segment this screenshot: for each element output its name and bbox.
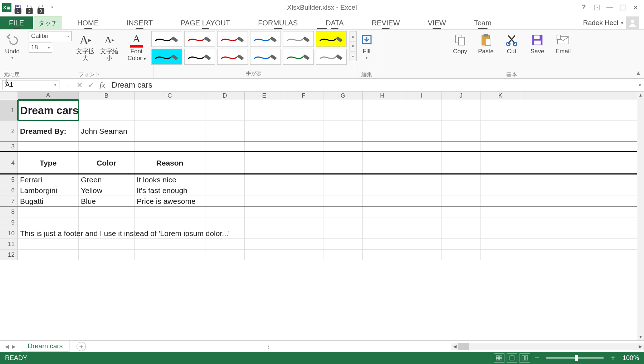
cell[interactable] <box>205 152 245 173</box>
undo-button[interactable]: Undo ▾ <box>3 31 22 70</box>
qat-undo-button[interactable]: 2 <box>24 3 34 13</box>
cell[interactable] <box>402 121 441 141</box>
copy-button[interactable]: Copy <box>450 31 470 70</box>
row-header[interactable]: 8 <box>0 207 18 217</box>
column-header[interactable]: K <box>481 92 520 100</box>
cell[interactable] <box>79 100 135 120</box>
formula-input[interactable]: Dream cars <box>108 80 635 90</box>
font-enlarge-button[interactable]: A▶ 文字拡大 <box>75 31 96 70</box>
pen-swatch[interactable] <box>283 49 314 65</box>
cell[interactable] <box>441 142 481 151</box>
cell[interactable] <box>284 228 323 238</box>
cell[interactable] <box>284 239 323 249</box>
cell[interactable] <box>284 152 323 173</box>
pen-swatch[interactable] <box>151 31 182 47</box>
help-button[interactable]: ? <box>579 3 589 13</box>
scroll-up-button[interactable]: ▲ <box>637 92 644 99</box>
cell[interactable] <box>79 217 135 228</box>
vertical-scrollbar[interactable]: ▲ ▼ <box>637 92 644 340</box>
scroll-down-button[interactable]: ▼ <box>637 333 644 340</box>
add-sheet-button[interactable]: ＋ <box>77 342 86 351</box>
cell[interactable] <box>205 207 245 217</box>
pen-swatch[interactable] <box>283 31 314 47</box>
pen-swatch[interactable] <box>184 31 215 47</box>
cell[interactable] <box>441 152 481 173</box>
column-header[interactable]: D <box>205 92 245 100</box>
cell[interactable] <box>402 142 441 151</box>
column-header[interactable]: A <box>18 92 79 100</box>
pen-swatch[interactable] <box>316 31 347 47</box>
cell[interactable] <box>441 207 481 217</box>
cell[interactable] <box>441 174 481 185</box>
scroll-right-button[interactable]: ▶ <box>636 344 644 349</box>
cell[interactable]: Blue <box>79 196 135 206</box>
tab-formulas[interactable]: FORMULASM <box>252 16 304 29</box>
sheet-nav-next[interactable]: ▶ <box>12 344 16 349</box>
cell[interactable] <box>79 250 135 260</box>
cell[interactable] <box>481 250 520 260</box>
cell[interactable] <box>481 228 520 238</box>
cell[interactable] <box>481 142 520 151</box>
fx-button[interactable]: fx <box>97 79 108 91</box>
cell[interactable] <box>135 142 205 151</box>
cell[interactable] <box>245 217 284 228</box>
cell[interactable] <box>363 217 402 228</box>
fill-button[interactable]: Fill ▾ <box>357 31 376 70</box>
cell[interactable]: Ferrari <box>18 174 79 185</box>
cell[interactable] <box>481 196 520 206</box>
cell[interactable]: Reason <box>135 152 205 173</box>
pen-swatch[interactable] <box>250 49 281 65</box>
cell[interactable]: Lamborgini <box>18 185 79 196</box>
row-header[interactable]: 2 <box>0 121 18 141</box>
cell[interactable] <box>284 217 323 228</box>
cell[interactable] <box>323 185 363 196</box>
cell[interactable] <box>323 196 363 206</box>
cell[interactable] <box>363 121 402 141</box>
cell[interactable] <box>441 185 481 196</box>
cell[interactable] <box>481 100 520 120</box>
cell[interactable] <box>323 121 363 141</box>
cell[interactable] <box>481 152 520 173</box>
cell[interactable] <box>402 228 441 238</box>
row-header[interactable]: 4 <box>0 152 18 173</box>
column-header[interactable]: E <box>245 92 284 100</box>
cell[interactable] <box>402 196 441 206</box>
pen-swatch[interactable] <box>184 49 215 65</box>
cell[interactable]: It looks nice <box>135 174 205 185</box>
cell[interactable] <box>135 121 205 141</box>
cell[interactable] <box>79 207 135 217</box>
column-header[interactable]: H <box>363 92 402 100</box>
cell[interactable] <box>481 239 520 249</box>
tab-page-layout[interactable]: PAGE LAYOUTP <box>174 16 236 29</box>
row-header[interactable]: 12 <box>0 250 18 260</box>
zoom-in-button[interactable]: + <box>609 353 618 363</box>
close-button[interactable]: ✕ <box>630 3 640 13</box>
cell[interactable] <box>18 239 79 249</box>
zoom-out-button[interactable]: − <box>532 353 541 363</box>
cell[interactable] <box>363 207 402 217</box>
cell[interactable] <box>481 174 520 185</box>
scroll-left-button[interactable]: ◀ <box>451 344 458 349</box>
collapse-ribbon-button[interactable]: ▲ <box>635 70 641 76</box>
cell[interactable] <box>441 100 481 120</box>
cell[interactable] <box>441 250 481 260</box>
cell[interactable]: Green <box>79 174 135 185</box>
tab-view[interactable]: VIEWW <box>421 16 453 29</box>
cell[interactable] <box>205 121 245 141</box>
column-header[interactable]: G <box>323 92 363 100</box>
cell[interactable] <box>245 228 284 238</box>
cell[interactable] <box>18 142 79 151</box>
cell[interactable] <box>363 196 402 206</box>
cell[interactable]: John Seaman <box>79 121 135 141</box>
cell[interactable] <box>284 142 323 151</box>
font-color-button[interactable]: A Font Color ▾ <box>123 31 150 70</box>
cell[interactable] <box>363 185 402 196</box>
minimize-button[interactable]: — <box>605 3 615 13</box>
cell[interactable] <box>363 250 402 260</box>
cell[interactable] <box>402 239 441 249</box>
cell[interactable] <box>205 174 245 185</box>
save-button[interactable]: Save <box>528 31 547 70</box>
cell[interactable] <box>323 207 363 217</box>
zoom-slider[interactable] <box>546 357 604 359</box>
cell[interactable] <box>79 239 135 249</box>
